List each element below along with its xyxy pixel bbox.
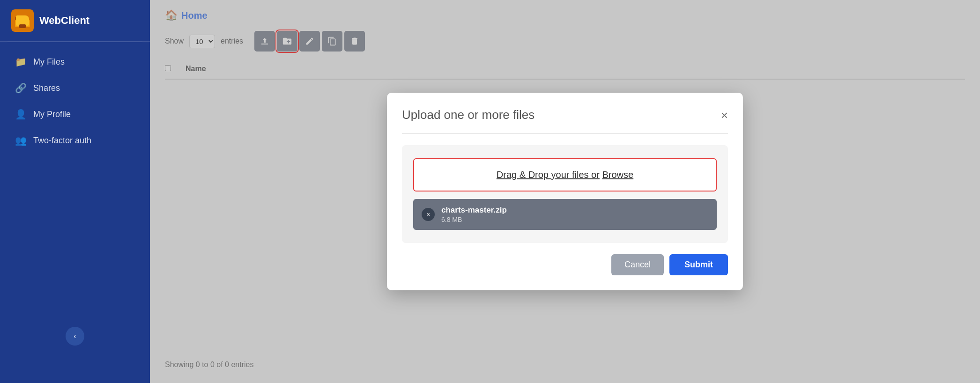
main-content: 🏠 Home Show 10 25 50 entries — [150, 0, 980, 383]
sidebar-item-label-shares: Shares — [33, 83, 60, 93]
sidebar-item-my-files[interactable]: 📁 My Files — [4, 50, 146, 74]
modal-title: Upload one or more files — [402, 108, 535, 122]
file-name: charts-master.zip — [441, 206, 708, 215]
sidebar-item-label-my-files: My Files — [33, 57, 65, 67]
cancel-button[interactable]: Cancel — [611, 254, 664, 275]
drop-text-main: Drag & Drop your files or — [497, 169, 600, 180]
chevron-left-icon: ‹ — [74, 332, 76, 340]
svg-rect-0 — [15, 17, 30, 27]
app-title: WebClient — [39, 15, 89, 27]
drop-zone-area[interactable]: Drag & Drop your files or Browse — [413, 158, 717, 192]
sidebar-item-label-my-profile: My Profile — [33, 110, 71, 119]
sidebar-collapse-button[interactable]: ‹ — [66, 327, 84, 346]
drop-zone[interactable]: Drag & Drop your files or Browse × chart… — [402, 145, 728, 243]
sidebar-item-label-two-factor: Two-factor auth — [33, 136, 91, 146]
share-icon: 🔗 — [15, 82, 27, 94]
sidebar: WebClient 📁 My Files 🔗 Shares 👤 My Profi… — [0, 0, 150, 383]
sidebar-header: WebClient — [0, 0, 150, 42]
modal-footer: Cancel Submit — [402, 254, 728, 275]
file-item: × charts-master.zip 6.8 MB — [413, 199, 717, 230]
folder-icon: 📁 — [15, 56, 27, 67]
drop-zone-text: Drag & Drop your files or Browse — [424, 169, 705, 180]
svg-rect-2 — [15, 20, 30, 27]
modal-overlay: Upload one or more files × Drag & Drop y… — [150, 0, 980, 383]
profile-icon: 👤 — [15, 109, 27, 120]
modal-divider — [402, 133, 728, 134]
submit-button[interactable]: Submit — [669, 254, 728, 275]
sidebar-nav: 📁 My Files 🔗 Shares 👤 My Profile 👥 Two-f… — [0, 42, 150, 160]
app-logo — [11, 9, 34, 32]
sidebar-item-two-factor-auth[interactable]: 👥 Two-factor auth — [4, 128, 146, 153]
sidebar-item-shares[interactable]: 🔗 Shares — [4, 76, 146, 100]
modal-header: Upload one or more files × — [402, 108, 728, 122]
modal-close-button[interactable]: × — [721, 109, 728, 121]
two-factor-icon: 👥 — [15, 135, 27, 146]
svg-rect-3 — [19, 23, 26, 24]
upload-modal: Upload one or more files × Drag & Drop y… — [387, 93, 743, 290]
file-info: charts-master.zip 6.8 MB — [441, 206, 708, 223]
browse-link[interactable]: Browse — [602, 169, 633, 180]
sidebar-item-my-profile[interactable]: 👤 My Profile — [4, 102, 146, 126]
svg-rect-1 — [15, 17, 22, 21]
file-remove-button[interactable]: × — [422, 208, 435, 221]
file-size: 6.8 MB — [441, 216, 708, 223]
